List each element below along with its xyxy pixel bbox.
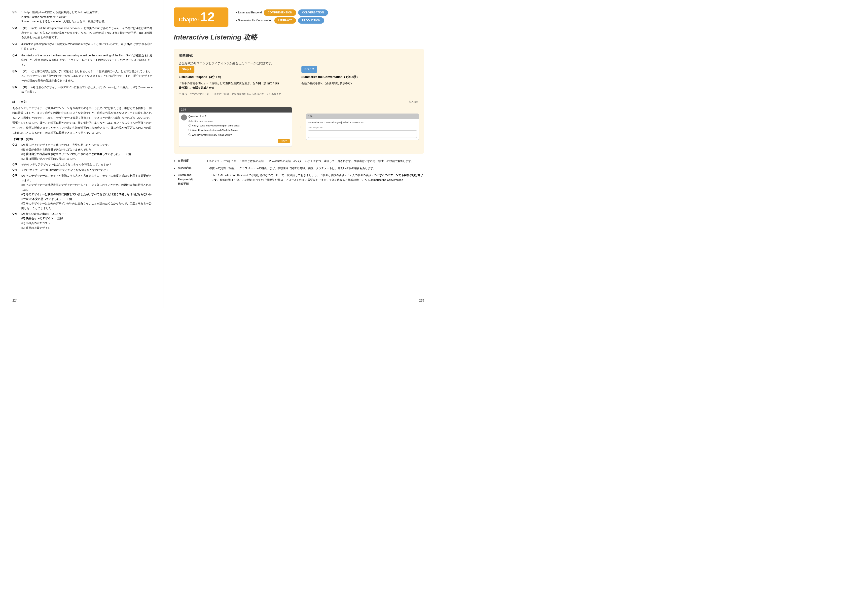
trans-q2-c: (C) 彼は自分の作品が大きなスクリーンに映し出されることに興奮していました。 … xyxy=(21,152,154,157)
qa-section-4: Q.4 the interior of the house the film c… xyxy=(13,53,154,67)
section-intro: 会話形式のリスニングとライティングが融合したユニークな問題です。 xyxy=(179,61,419,66)
screen1-instruction: Select the best response. xyxy=(188,119,290,123)
bullet-row-content: 会話の内容 「教授への質問・相談」「クラスメートへの相談」など、学校生活に関する… xyxy=(174,166,424,171)
sub-section-label: （選択肢、質問） xyxy=(13,137,154,141)
qa-section-2: Q.2 （C）：④で But the designer was also ner… xyxy=(13,26,154,40)
option2-text: Yeah, I love Jane Austen and Charlotte B… xyxy=(192,129,238,132)
radio2[interactable] xyxy=(188,129,191,131)
trans-q5-d: (D) そのデザイナーは自分のデザインが十分に面白くないことを認めたくなかったの… xyxy=(21,201,154,211)
trans-q2-a: (A) 彼らがそのデザイナーを雇ったのは、完璧を期したかったからです。 xyxy=(21,143,154,147)
screen1-header: 2:35 xyxy=(179,107,292,113)
trans-q6-c: (C) 小道具の追加コスト xyxy=(21,221,154,226)
bullet-term-content: 会話の内容 xyxy=(174,166,204,170)
bullet-dot-procedure xyxy=(174,173,176,178)
step1-col: Step 1 Listen and Respond（4分＋α） 「相手の発言を聞… xyxy=(179,66,296,96)
step1-line1: 「相手の発言を聞く」→「返答として適切な選択肢を選ぶ」を 5 回（まれに 6 回… xyxy=(179,81,296,86)
radio1[interactable] xyxy=(188,124,191,127)
trans-q3: Q.3 そのインテリアデザイナーはどのようなスタイルを特徴としていますか？ xyxy=(13,162,154,167)
chapter-header: Chapter 12 Listen and Respond COMPREHENS… xyxy=(174,8,424,27)
frequency-desc: 1 回のテストにつき 2 回。「学生と教授の会話」「2 人の学生の会話」のパター… xyxy=(207,159,424,163)
right-page: Chapter 12 Listen and Respond COMPREHENS… xyxy=(164,0,434,308)
chapter-number: 12 xyxy=(201,11,215,24)
q1-line3: 3. was：came とすると came in「入場した」となり、意味が不自然… xyxy=(21,19,154,24)
trans-q2-content: (A) 彼らがそのデザイナーを雇ったのは、完璧を期したかったからです。 (B) … xyxy=(21,143,154,161)
bullet-row-frequency: 出題頻度 1 回のテストにつき 2 回。「学生と教授の会話」「2 人の学生の会話… xyxy=(174,159,424,163)
section-divider xyxy=(13,97,154,97)
trans-q6-a: (A) 新しい映画の素晴らしいスタート xyxy=(21,212,154,216)
trans-q6-b: (B) 映画セットのデザイン 正解 xyxy=(21,216,154,221)
chapter-tags: Listen and Respond COMPREHENSION CONVERS… xyxy=(236,8,328,24)
content-desc: 「教授への質問・相談」「クラスメートへの相談」など、学校生活に関する内容。教授、… xyxy=(207,166,424,171)
screen1-option1: Really? What was your favorite part of t… xyxy=(188,124,290,127)
summarize-label: Summarize the Conversation xyxy=(236,18,273,22)
qa-section-5: Q.5 （C）：①と④の内容と合致。(B) で迷うかもしれませんが、「世界最高の… xyxy=(13,69,154,83)
qa-section-3: Q.3 distinctive yet elegant style：質問文が W… xyxy=(13,42,154,51)
section-box: 出題形式 会話形式のリスニングとライティングが融合したユニークな問題です。 St… xyxy=(174,49,424,154)
frequency-label: 出題頻度 xyxy=(178,159,189,163)
q1-line1: 1. help：動詞 plan の前にくる使役動詞として help が正解です。 xyxy=(21,10,154,15)
trans-q4-content: そのデザイナーの仕事は映画の中でどのような役割を果たすのですか？ xyxy=(21,168,154,172)
screen2-prompt: Summarize the conversation you just had … xyxy=(308,121,417,124)
step1-title: Listen and Respond（4分＋α） xyxy=(179,75,296,80)
listen-respond-label: Listen and Respond xyxy=(236,11,262,15)
q6-label: Q.6 xyxy=(13,85,20,94)
screen1-time: 2:35 xyxy=(181,108,186,112)
screen1-option2: Yeah, I love Jane Austen and Charlotte B… xyxy=(188,129,290,132)
option1-text: Really? What was your favorite part of t… xyxy=(192,124,240,127)
q5-content: （C）：①と④の内容と合致。(B) で迷うかもしれませんが、「世界最高の一人」と… xyxy=(21,69,154,83)
arrow-icon: → xyxy=(296,122,302,131)
bullet-section: 出題頻度 1 回のテストにつき 2 回。「学生と教授の会話」「2 人の学生の会話… xyxy=(174,159,424,186)
trans-q2-b: (B) 全員が全国から飛行機で来なければなりませんでした。 xyxy=(21,147,154,152)
left-page-number: 224 xyxy=(13,298,17,303)
trans-q5-a: (A) そのデザイナーは、セットが実際よりも大きく見えるように、セットの角度と構… xyxy=(21,173,154,182)
response-box[interactable] xyxy=(308,130,417,138)
next-button[interactable]: NEXT xyxy=(278,139,290,143)
step1-badge: Step 1 xyxy=(179,66,194,73)
bullet-row-procedure: Listen andRespond の解答手順 Step 1 の Listen … xyxy=(174,173,424,186)
screen1-option3: Who is your favorite early female writer… xyxy=(188,133,290,137)
literacy-tag: LITERACY xyxy=(274,17,296,24)
trans-q3-label: Q.3 xyxy=(13,162,20,167)
q3-label: Q.3 xyxy=(13,42,20,51)
production-tag: PRODUCTION xyxy=(298,17,324,24)
q1-content: 1. help：動詞 plan の前にくる使役動詞として help が正解です。… xyxy=(21,10,154,24)
left-page: Q.1 1. help：動詞 plan の前にくる使役動詞として help が正… xyxy=(0,0,164,308)
right-page-number: 225 xyxy=(419,298,424,303)
trans-q2-label: Q.2 xyxy=(13,143,20,161)
step1-note: ＊ 次ページで説明するとおり、最初に「自分」の発言を選択肢から選ぶパターンもあり… xyxy=(179,92,296,96)
translation-body: あるインテリアデザイナーが映画のワンシーンを企画するのを手伝うために呼ばれたとき… xyxy=(13,106,154,135)
procedure-label: Listen andRespond の解答手順 xyxy=(178,173,193,186)
q1-label: Q.1 xyxy=(13,10,20,24)
q3-content: distinctive yet elegant style：質問文が What … xyxy=(21,42,154,51)
bullet-term-procedure: Listen andRespond の解答手順 xyxy=(174,173,208,186)
screen1-body: Question 4 of 5 Select the best response… xyxy=(179,113,292,147)
translation-label: 訳 （全文） xyxy=(13,100,154,104)
chapter-title-text: Interactive Listening 攻略 xyxy=(174,33,257,41)
q2-content: （C）：④で But the designer was also nervous… xyxy=(21,26,154,40)
screen1-box: 2:35 Question 4 of 5 Select the best res… xyxy=(179,107,292,147)
trans-q6-d: (D) 映画の衣装デザイン xyxy=(21,226,154,230)
radio3[interactable] xyxy=(188,134,191,136)
qa-section-6: Q.6 （B）：(A) は肝心のデザイナーやデザインに触れていません。(C) の… xyxy=(13,85,154,94)
mock-screens: 2:35 Question 4 of 5 Select the best res… xyxy=(179,107,419,147)
response-label: Your response xyxy=(308,126,417,129)
trans-q5-label: Q.5 xyxy=(13,173,20,211)
trans-q2-d: (D) 彼は満面の笑みで映画館を後にしました。 xyxy=(21,157,154,161)
trans-q3-content: そのインテリアデザイナーはどのようなスタイルを特徴としていますか？ xyxy=(21,162,154,167)
trans-q5-content: (A) そのデザイナーは、セットが実際よりも大きく見えるように、セットの角度と構… xyxy=(21,173,154,211)
trans-q6-label: Q.6 xyxy=(13,212,20,230)
q4-label: Q.4 xyxy=(13,53,20,67)
chapter-title: Interactive Listening 攻略 xyxy=(174,32,424,43)
q1-line2: 2. time：at the same time で「同時に」。 xyxy=(21,15,154,19)
trans-q5-b: (B) そのデザイナーは世界最高のデザイナーの一人としてよく知られていたため、映… xyxy=(21,182,154,192)
option3-text: Who is your favorite early female writer… xyxy=(192,133,232,137)
content-label: 会話の内容 xyxy=(178,166,191,170)
screen2-label: 記入画面 xyxy=(179,100,418,104)
step1-line2: 繰り返し、会話を完成させる xyxy=(179,85,296,90)
screen2-box: 1:10 Summarize the conversation you just… xyxy=(306,113,419,140)
step2-col: Step 2 Summarize the Conversation（1分15秒）… xyxy=(301,66,419,96)
translation-section: 訳 （全文） あるインテリアデザイナーが映画のワンシーンを企画するのを手伝うため… xyxy=(13,100,154,230)
q6-content: （B）：(A) は肝心のデザイナーやデザインに触れていません。(C) の pro… xyxy=(21,85,154,94)
section-box-title: 出題形式 xyxy=(179,53,419,58)
screen2-body: Summarize the conversation you just had … xyxy=(306,119,419,140)
